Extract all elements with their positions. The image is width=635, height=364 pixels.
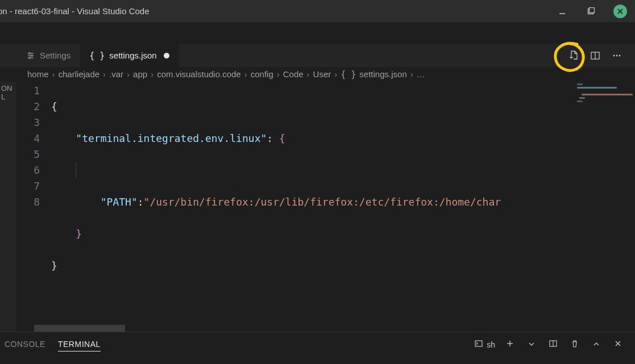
- breadcrumb-item[interactable]: .var: [109, 69, 123, 79]
- svg-point-17: [616, 55, 618, 57]
- code-editor[interactable]: 1 2 3 4 5 6 7 8 { "terminal.integrated.e…: [17, 82, 635, 332]
- breadcrumb-more[interactable]: …: [417, 69, 425, 79]
- tab-actions: [567, 44, 635, 66]
- panel-tabs: CONSOLE TERMINAL: [0, 337, 101, 352]
- braces-icon: { }: [89, 51, 105, 61]
- tab-gutter-spacer: [0, 44, 17, 66]
- window-title: on - react6-03-final - Visual Studio Cod…: [0, 6, 150, 16]
- bottom-panel: CONSOLE TERMINAL sh: [0, 332, 635, 357]
- line-number-gutter: 1 2 3 4 5 6 7 8: [17, 82, 51, 332]
- kill-terminal-button[interactable]: [568, 338, 582, 352]
- terminal-box-icon: [474, 339, 483, 350]
- new-file-icon[interactable]: [567, 49, 580, 62]
- editor-tabs: Settings { } settings.json: [0, 44, 635, 66]
- breadcrumb-item[interactable]: Code: [283, 69, 304, 79]
- side-panel-stub: ON L: [0, 82, 17, 332]
- code-token: :: [267, 132, 279, 144]
- title-bar: on - react6-03-final - Visual Studio Cod…: [0, 0, 635, 22]
- menu-bar-area: [0, 22, 635, 44]
- tab-label: Settings: [40, 51, 70, 60]
- line-number: 7: [17, 178, 40, 194]
- settings-list-icon: [26, 51, 35, 60]
- svg-point-16: [613, 55, 615, 57]
- code-content[interactable]: { "terminal.integrated.env.linux": { "PA…: [51, 82, 572, 332]
- svg-point-18: [619, 55, 621, 57]
- code-token: {: [279, 132, 285, 144]
- svg-rect-19: [475, 341, 482, 346]
- chevron-right-icon: ›: [103, 69, 106, 79]
- terminal-body-stub[interactable]: [0, 357, 635, 364]
- window-controls: [557, 5, 627, 18]
- terminal-dropdown[interactable]: [525, 338, 538, 352]
- code-token: :: [138, 196, 144, 208]
- code-token: }: [51, 260, 57, 271]
- code-token: }: [76, 228, 82, 240]
- chevron-right-icon: ›: [277, 69, 280, 79]
- line-number: 6: [17, 162, 40, 178]
- svg-point-8: [29, 53, 31, 55]
- breadcrumb-item[interactable]: home: [27, 69, 49, 79]
- tab-label: settings.json: [109, 51, 156, 60]
- breadcrumb-file[interactable]: settings.json: [359, 69, 406, 79]
- new-terminal-button[interactable]: [503, 338, 517, 352]
- split-terminal-button[interactable]: [546, 338, 560, 352]
- breadcrumb-item[interactable]: config: [251, 69, 273, 79]
- line-number: 3: [17, 115, 40, 131]
- tab-settings[interactable]: Settings: [17, 44, 80, 66]
- line-number: 8: [17, 194, 40, 210]
- chevron-right-icon: ›: [151, 69, 153, 79]
- terminal-shell-selector[interactable]: sh: [474, 339, 495, 350]
- breadcrumb-item[interactable]: com.visualstudio.code: [157, 69, 241, 79]
- chevron-right-icon: ›: [334, 69, 337, 79]
- chevron-right-icon: ›: [52, 69, 55, 79]
- code-token: "terminal.integrated.env.linux": [76, 132, 267, 144]
- close-window-button[interactable]: [613, 5, 627, 18]
- panel-tab-console[interactable]: CONSOLE: [5, 337, 45, 352]
- horizontal-scrollbar[interactable]: [34, 325, 125, 332]
- maximize-panel-button[interactable]: [590, 338, 603, 352]
- svg-point-9: [31, 55, 33, 57]
- more-icon[interactable]: [610, 49, 624, 62]
- chevron-right-icon: ›: [307, 69, 310, 79]
- tab-settings-json[interactable]: { } settings.json: [80, 44, 179, 66]
- panel-actions: sh: [474, 338, 635, 352]
- chevron-right-icon: ›: [127, 69, 130, 79]
- braces-icon: { }: [341, 69, 356, 80]
- minimap[interactable]: [572, 82, 635, 332]
- panel-tab-terminal[interactable]: TERMINAL: [58, 337, 101, 352]
- shell-name: sh: [487, 340, 495, 349]
- trash-icon: [570, 339, 579, 350]
- breadcrumb-item[interactable]: app: [133, 69, 147, 79]
- breadcrumb-item[interactable]: User: [313, 69, 331, 79]
- chevron-down-icon: [528, 340, 535, 349]
- code-token: {: [51, 101, 57, 112]
- svg-point-10: [29, 57, 31, 59]
- editor-area: ON L 1 2 3 4 5 6 7 8 { "terminal.integra…: [0, 82, 635, 332]
- line-number: 5: [17, 147, 40, 162]
- breadcrumb-item[interactable]: charliejade: [59, 69, 100, 79]
- split-panel-icon: [549, 339, 558, 350]
- svg-rect-2: [590, 7, 595, 12]
- close-panel-button[interactable]: [611, 338, 625, 352]
- plus-icon: [505, 339, 514, 350]
- minimize-button[interactable]: [557, 6, 568, 17]
- breadcrumb[interactable]: home › charliejade › .var › app › com.vi…: [0, 67, 635, 82]
- maximize-button[interactable]: [585, 6, 596, 17]
- chevron-right-icon: ›: [244, 69, 247, 79]
- line-number: 1: [17, 83, 40, 99]
- chevron-up-icon: [593, 340, 600, 349]
- split-editor-icon[interactable]: [588, 49, 602, 62]
- dirty-indicator-icon: [164, 53, 169, 58]
- line-number: 4: [17, 131, 40, 147]
- code-token: "/usr/bin/firefox:/usr/lib/firefox:/etc/…: [144, 196, 501, 208]
- close-icon: [614, 340, 622, 349]
- code-token: "PATH": [101, 196, 138, 208]
- line-number: 2: [17, 99, 40, 115]
- chevron-right-icon: ›: [410, 69, 413, 79]
